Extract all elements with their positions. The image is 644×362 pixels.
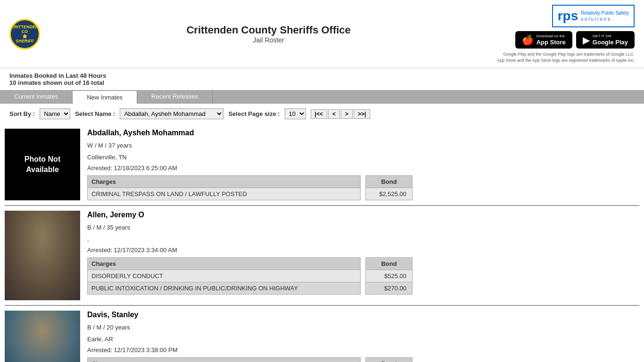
charges-table: Charges DISORDERLY CONDUCT PUBLIC INTOXI… [87, 257, 361, 295]
charges-bond-section: Charges CRIMINAL TRESPASS ON LAND / LAWF… [87, 175, 639, 200]
header-right: rps Relativity Public Safety s o l u t i… [497, 5, 635, 63]
inmate-name: Allen, Jeremy O [87, 211, 639, 219]
charge-item: PUBLIC INTOXICATION / DRINKING IN PUBLIC… [88, 282, 361, 294]
name-label: Select Name : [75, 110, 115, 117]
app-store-button[interactable]: 🍎 Download on the App Store [515, 31, 572, 49]
nav-next-button[interactable]: > [341, 109, 353, 119]
bond-table: Bond $525.00 $270.00 [365, 257, 413, 295]
charges-header: Charges [88, 357, 361, 362]
sort-select[interactable]: Name [40, 108, 70, 119]
table-row: DISORDERLY CONDUCT [88, 270, 361, 282]
tab-new-inmates[interactable]: New Inmates [73, 90, 137, 104]
nav-prev-button[interactable]: < [328, 109, 340, 119]
charge-item: CRIMINAL TRESPASS ON LAND / LAWFULLY POS… [88, 188, 361, 200]
header-left: CRITTENDEN CO⭐SHERIFF [9, 19, 40, 49]
table-row: $525.00 [366, 270, 413, 282]
sort-label: Sort By : [9, 110, 35, 117]
info-bar: Inmates Booked in Last 48 Hours 10 inmat… [0, 68, 644, 90]
charge-item: DISORDERLY CONDUCT [88, 270, 361, 282]
charges-bond-section: Charges DISORDERLY CONDUCT PUBLIC INTOXI… [87, 257, 639, 295]
bond-table: Bond $2,525.00 [365, 175, 413, 200]
inmate-list: Photo NotAvailable Abdallah, Aysheh Moha… [0, 124, 644, 362]
page-size-select[interactable]: 10 [285, 108, 306, 119]
rps-logo: rps Relativity Public Safety s o l u t i… [552, 5, 635, 27]
pagination-buttons: |<< < > >>| [311, 109, 371, 119]
page-size-label: Select Page size : [228, 110, 280, 117]
inmate-details-allen: Allen, Jeremy O B / M / 35 years , Arres… [87, 211, 639, 300]
bond-amount: $2,525.00 [366, 188, 413, 200]
inmate-location: Earle, AR [87, 335, 639, 345]
nav-first-button[interactable]: |<< [311, 109, 327, 119]
inmate-arrested: Arrested: 12/17/2023 3:34:00 AM [87, 247, 639, 254]
bond-header: Bond [366, 257, 413, 270]
charges-header: Charges [88, 175, 361, 188]
inmate-name: Abdallah, Aysheh Mohammad [87, 129, 639, 137]
table-row: Allen, Jeremy O B / M / 35 years , Arres… [5, 206, 639, 306]
page-header: CRITTENDEN CO⭐SHERIFF Crittenden County … [0, 0, 644, 68]
trademark-text: Google Play and the Google Play logo are… [497, 51, 635, 63]
rps-logo-text: rps [558, 8, 578, 24]
table-row: CRIMINAL TRESPASS ON LAND / LAWFULLY POS… [88, 188, 361, 200]
charges-table: Charges CRIMINAL TRESPASS ON LAND / LAWF… [87, 175, 361, 200]
charges-bond-section: Charges Bond [87, 357, 639, 362]
photo-image [5, 311, 80, 362]
inmate-location: Collierville, TN [87, 153, 639, 163]
bond-table: Bond [365, 357, 413, 362]
apple-icon: 🍎 [522, 34, 534, 46]
charges-table: Charges [87, 357, 361, 362]
google-play-text: GET IT ON Google Play [593, 34, 628, 46]
info-line2: 10 inmates shown out of 16 total [9, 79, 635, 86]
bond-header: Bond [366, 357, 413, 362]
bond-header: Bond [366, 175, 413, 188]
photo-image [5, 211, 80, 300]
inmate-photo-davis [5, 311, 80, 362]
info-line1: Inmates Booked in Last 48 Hours [9, 72, 635, 79]
table-row: $2,525.00 [366, 188, 413, 200]
table-row: Davis, Stanley B / M / 20 years Earle, A… [5, 306, 639, 362]
app-store-text: Download on the App Store [537, 34, 566, 46]
bond-amount: $525.00 [366, 270, 413, 282]
nav-last-button[interactable]: >>| [354, 109, 370, 119]
page-subtitle: Jail Roster [186, 36, 350, 44]
inmate-arrested: Arrested: 12/17/2023 3:38:00 PM [87, 346, 639, 354]
rps-tagline: Relativity Public Safety s o l u t i o n… [581, 10, 629, 22]
inmate-arrested: Arrested: 12/18/2023 6:25:00 AM [87, 165, 639, 172]
app-buttons: 🍎 Download on the App Store ▶ GET IT ON … [515, 31, 635, 49]
inmate-details-davis: Davis, Stanley B / M / 20 years Earle, A… [87, 311, 639, 362]
google-play-button[interactable]: ▶ GET IT ON Google Play [576, 31, 635, 49]
inmate-location: , [87, 235, 639, 245]
table-row: Photo NotAvailable Abdallah, Aysheh Moha… [5, 124, 639, 206]
inmate-race-sex-age: B / M / 20 years [87, 323, 639, 333]
charges-header: Charges [88, 257, 361, 270]
bond-amount: $270.00 [366, 282, 413, 294]
inmate-race-sex-age: B / M / 35 years [87, 223, 639, 233]
google-play-icon: ▶ [583, 34, 590, 46]
tab-recent-releases[interactable]: Recent Releases [137, 90, 213, 104]
nav-tabs: Current Inmates New Inmates Recent Relea… [0, 90, 644, 104]
inmate-photo-abdallah: Photo NotAvailable [5, 129, 80, 200]
sheriff-badge: CRITTENDEN CO⭐SHERIFF [9, 19, 40, 49]
header-center: Crittenden County Sheriffs Office Jail R… [186, 24, 350, 44]
inmate-race-sex-age: W / M / 37 years [87, 141, 639, 151]
inmate-details-abdallah: Abdallah, Aysheh Mohammad W / M / 37 yea… [87, 129, 639, 200]
table-row: PUBLIC INTOXICATION / DRINKING IN PUBLIC… [88, 282, 361, 294]
table-row: $270.00 [366, 282, 413, 294]
page-title: Crittenden County Sheriffs Office [186, 24, 350, 36]
name-select[interactable]: Abdallah, Aysheh Mohammad [120, 108, 223, 119]
controls-bar: Sort By : Name Select Name : Abdallah, A… [0, 104, 644, 124]
inmate-photo-allen [5, 211, 80, 300]
inmate-name: Davis, Stanley [87, 311, 639, 319]
tab-current-inmates[interactable]: Current Inmates [0, 90, 73, 104]
